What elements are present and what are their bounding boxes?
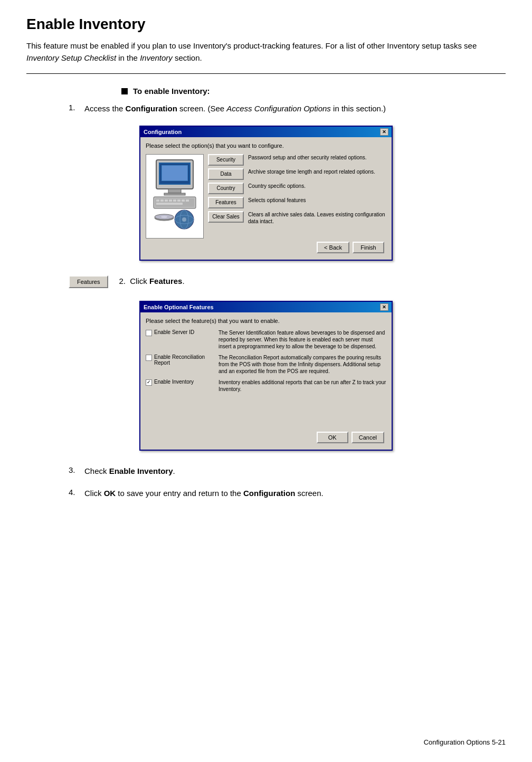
svg-rect-12 bbox=[169, 199, 172, 202]
cancel-button[interactable]: Cancel bbox=[352, 432, 384, 443]
config-dialog-titlebar: Configuration ✕ bbox=[140, 127, 392, 137]
bullet-icon bbox=[121, 88, 128, 94]
step-3-row: 3. Check Enable Inventory. bbox=[26, 465, 506, 478]
bullet-header: To enable Inventory: bbox=[26, 87, 506, 96]
step-2-content: 2. Click Features. bbox=[119, 275, 506, 288]
enable-dialog: Enable Optional Features ✕ Please select… bbox=[139, 301, 393, 451]
enable-dialog-prompt: Please select the feature(s) that you wa… bbox=[146, 318, 386, 324]
config-layout: Security Password setup and other securi… bbox=[146, 154, 386, 239]
svg-rect-15 bbox=[182, 199, 185, 202]
section-divider bbox=[26, 73, 506, 74]
inventory-checkbox-wrapper: ✓ Enable Inventory bbox=[146, 379, 214, 386]
enable-dialog-title: Enable Optional Features bbox=[144, 304, 214, 310]
bullet-label: To enable Inventory: bbox=[133, 87, 210, 96]
svg-rect-6 bbox=[164, 193, 185, 195]
svg-rect-4 bbox=[162, 166, 187, 180]
config-dialog-body: Please select the option(s) that you wan… bbox=[140, 137, 392, 260]
clear-sales-button[interactable]: Clear Sales bbox=[208, 211, 244, 223]
step-4-content: Click OK to save your entry and return t… bbox=[84, 488, 506, 500]
config-row-country: Country Country specific options. bbox=[208, 183, 386, 194]
enable-dialog-titlebar: Enable Optional Features ✕ bbox=[140, 302, 392, 312]
finish-button[interactable]: Finish bbox=[353, 242, 384, 253]
data-button[interactable]: Data bbox=[208, 168, 244, 180]
step-4-bold-ok: OK bbox=[104, 489, 116, 498]
config-title-buttons: ✕ bbox=[380, 128, 388, 136]
config-dialog-wrapper: Configuration ✕ Please select the option… bbox=[26, 126, 506, 261]
config-row-clear-sales: Clear Sales Clears all archive sales dat… bbox=[208, 211, 386, 225]
svg-rect-5 bbox=[168, 189, 181, 193]
svg-rect-10 bbox=[160, 199, 164, 202]
feature-row-reconciliation: Enable Reconciliation Report The Reconci… bbox=[146, 354, 386, 375]
intro-text-start: This feature must be enabled if you plan… bbox=[26, 41, 477, 50]
step-1-bold: Configuration bbox=[126, 104, 177, 113]
enable-title-buttons: ✕ bbox=[380, 303, 388, 311]
reconciliation-checkbox[interactable] bbox=[146, 355, 152, 361]
config-close-button[interactable]: ✕ bbox=[380, 128, 388, 136]
config-image bbox=[146, 154, 204, 239]
checkmark-icon: ✓ bbox=[147, 380, 151, 385]
serverid-checkbox[interactable] bbox=[146, 330, 152, 336]
svg-rect-9 bbox=[156, 199, 159, 202]
features-standalone-button[interactable]: Features bbox=[69, 275, 108, 288]
serverid-desc: The Server Identification feature allows… bbox=[218, 329, 386, 350]
clear-sales-desc: Clears all archive sales data. Leaves ex… bbox=[248, 211, 386, 225]
svg-point-20 bbox=[161, 216, 167, 218]
svg-rect-14 bbox=[177, 199, 180, 202]
config-dialog-title: Configuration bbox=[144, 129, 182, 135]
step-3-content: Check Enable Inventory. bbox=[84, 465, 506, 478]
feature-row-serverid: Enable Server ID The Server Identificati… bbox=[146, 329, 386, 350]
step-1-number: 1. bbox=[69, 103, 81, 112]
intro-paragraph: This feature must be enabled if you plan… bbox=[26, 40, 506, 64]
config-dialog-footer: < Back Finish bbox=[146, 239, 386, 254]
features-button[interactable]: Features bbox=[208, 197, 244, 208]
step-2-row: Features 2. Click Features. bbox=[26, 275, 506, 288]
enable-dialog-footer: OK Cancel bbox=[146, 428, 386, 444]
back-button[interactable]: < Back bbox=[317, 242, 349, 253]
data-desc: Archive storage time length and report r… bbox=[248, 168, 386, 175]
intro-italic1: Inventory Setup Checklist bbox=[26, 53, 116, 62]
security-button[interactable]: Security bbox=[208, 154, 244, 166]
step-1-content: Access the Configuration screen. (See Ac… bbox=[84, 103, 506, 115]
computer-illustration bbox=[148, 157, 201, 235]
enable-dialog-wrapper: Enable Optional Features ✕ Please select… bbox=[26, 301, 506, 451]
country-button[interactable]: Country bbox=[208, 183, 244, 194]
country-desc: Country specific options. bbox=[248, 183, 386, 189]
step-4-bold-config: Configuration bbox=[243, 489, 295, 498]
dialog-spacer bbox=[146, 397, 386, 428]
config-options: Security Password setup and other securi… bbox=[208, 154, 386, 239]
config-dialog: Configuration ✕ Please select the option… bbox=[139, 126, 393, 261]
step-2-bold: Features bbox=[149, 277, 183, 285]
config-row-data: Data Archive storage time length and rep… bbox=[208, 168, 386, 180]
reconciliation-checkbox-wrapper: Enable Reconciliation Report bbox=[146, 354, 214, 366]
reconciliation-label: Enable Reconciliation Report bbox=[154, 354, 214, 366]
enable-dialog-body: Please select the feature(s) that you wa… bbox=[140, 312, 392, 450]
inventory-checkbox[interactable]: ✓ bbox=[146, 379, 152, 386]
svg-rect-16 bbox=[186, 199, 189, 202]
step-4-row: 4. Click OK to save your entry and retur… bbox=[26, 488, 506, 500]
security-desc: Password setup and other security relate… bbox=[248, 154, 386, 161]
page-footer: Configuration Options 5-21 bbox=[424, 738, 506, 746]
intro-text-end: section. bbox=[173, 53, 202, 62]
step-3-number: 3. bbox=[69, 465, 81, 474]
serverid-checkbox-wrapper: Enable Server ID bbox=[146, 329, 214, 336]
svg-rect-13 bbox=[173, 199, 176, 202]
inventory-desc: Inventory enables additional reports tha… bbox=[218, 379, 386, 393]
config-dialog-prompt: Please select the option(s) that you wan… bbox=[146, 142, 386, 149]
intro-italic2: Inventory bbox=[140, 53, 173, 62]
step-3-bold: Enable Inventory bbox=[109, 466, 173, 475]
step-1-row: 1. Access the Configuration screen. (See… bbox=[26, 103, 506, 115]
feature-row-inventory: ✓ Enable Inventory Inventory enables add… bbox=[146, 379, 386, 393]
svg-rect-17 bbox=[156, 203, 183, 205]
step-1-italic: Access Configuration Options bbox=[226, 104, 331, 113]
reconciliation-desc: The Reconciliation Report automatically … bbox=[218, 354, 386, 375]
enable-close-button[interactable]: ✕ bbox=[380, 303, 388, 311]
serverid-label: Enable Server ID bbox=[154, 329, 194, 335]
step-4-number: 4. bbox=[69, 488, 81, 497]
config-row-security: Security Password setup and other securi… bbox=[208, 154, 386, 166]
ok-button[interactable]: OK bbox=[317, 432, 348, 443]
features-desc: Selects optional features bbox=[248, 197, 386, 204]
intro-text-mid: in the bbox=[116, 53, 140, 62]
page-title: Enable Inventory bbox=[26, 16, 506, 33]
svg-point-24 bbox=[182, 217, 186, 222]
inventory-label: Enable Inventory bbox=[154, 379, 194, 385]
